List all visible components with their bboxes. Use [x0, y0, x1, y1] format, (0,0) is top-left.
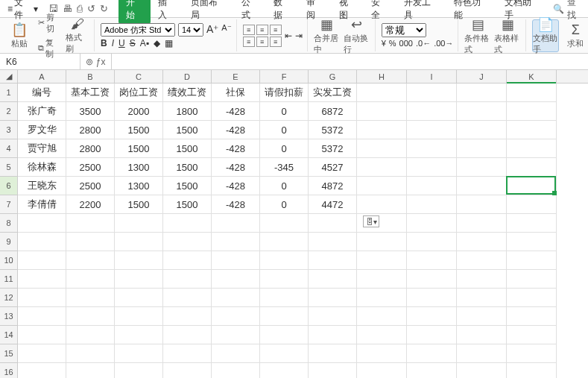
- cell[interactable]: [309, 233, 357, 251]
- cell[interactable]: [260, 363, 309, 378]
- cell[interactable]: [507, 251, 557, 270]
- col-header-H[interactable]: H: [357, 70, 407, 83]
- cell[interactable]: [507, 233, 557, 251]
- cell[interactable]: [163, 307, 212, 326]
- underline-button[interactable]: U: [118, 38, 125, 48]
- row-header-14[interactable]: 14: [0, 326, 17, 344]
- row-header-16[interactable]: 16: [0, 363, 17, 378]
- decrease-font-icon[interactable]: A⁻: [221, 23, 231, 37]
- row-header-8[interactable]: 8: [0, 214, 17, 233]
- cell[interactable]: [357, 84, 407, 102]
- cell[interactable]: 张广奇: [18, 102, 66, 121]
- cell[interactable]: -428: [212, 177, 260, 195]
- cell[interactable]: 5372: [309, 139, 357, 158]
- cell[interactable]: [163, 233, 212, 251]
- cell[interactable]: [115, 270, 163, 289]
- cell[interactable]: -345: [260, 158, 309, 177]
- cell[interactable]: [407, 326, 457, 344]
- col-header-D[interactable]: D: [163, 70, 212, 83]
- cell[interactable]: [407, 363, 457, 378]
- cell[interactable]: [357, 121, 407, 139]
- cell[interactable]: [309, 326, 357, 344]
- cell[interactable]: 2800: [66, 121, 115, 139]
- cell[interactable]: [357, 177, 407, 195]
- row-header-4[interactable]: 4: [0, 139, 17, 158]
- col-header-J[interactable]: J: [457, 70, 507, 83]
- cell[interactable]: [66, 251, 115, 270]
- cell[interactable]: [66, 344, 115, 363]
- cell[interactable]: 绩效工资: [163, 84, 212, 102]
- cell[interactable]: 1500: [163, 158, 212, 177]
- cell[interactable]: -428: [212, 158, 260, 177]
- cell[interactable]: [507, 139, 557, 158]
- cell[interactable]: [212, 363, 260, 378]
- cell[interactable]: [357, 289, 407, 307]
- grid[interactable]: ABCDEFGHIJK 编号基本工资岗位工资绩效工资社保请假扣薪实发工资张广奇3…: [18, 70, 588, 378]
- row-header-7[interactable]: 7: [0, 195, 17, 214]
- col-header-A[interactable]: A: [18, 70, 66, 83]
- cell[interactable]: [507, 307, 557, 326]
- cell[interactable]: [115, 214, 163, 233]
- cell[interactable]: 1300: [115, 158, 163, 177]
- fill-color-icon[interactable]: ◆: [154, 38, 160, 48]
- row-header-9[interactable]: 9: [0, 233, 17, 251]
- cell[interactable]: [407, 177, 457, 195]
- bold-button[interactable]: B: [101, 38, 107, 48]
- formula-input[interactable]: [116, 57, 584, 67]
- cell[interactable]: 6872: [309, 102, 357, 121]
- cell[interactable]: [212, 214, 260, 233]
- cell[interactable]: [163, 270, 212, 289]
- cell[interactable]: 4527: [309, 158, 357, 177]
- cell[interactable]: [115, 363, 163, 378]
- cell[interactable]: [407, 344, 457, 363]
- cell[interactable]: [18, 307, 66, 326]
- row-header-5[interactable]: 5: [0, 158, 17, 177]
- cell[interactable]: [407, 270, 457, 289]
- cell[interactable]: [407, 102, 457, 121]
- cell[interactable]: [357, 307, 407, 326]
- align-bottom-center[interactable]: ≡: [256, 37, 268, 47]
- cell[interactable]: 社保: [212, 84, 260, 102]
- cell[interactable]: [66, 363, 115, 378]
- dec-dec-icon[interactable]: .00→: [434, 39, 453, 48]
- cell[interactable]: [18, 289, 66, 307]
- cell[interactable]: [18, 326, 66, 344]
- cell[interactable]: [457, 326, 507, 344]
- cell[interactable]: [507, 270, 557, 289]
- cell[interactable]: [66, 233, 115, 251]
- select-all-corner[interactable]: ◢: [0, 70, 17, 84]
- border-icon[interactable]: ▦: [165, 38, 173, 48]
- row-header-2[interactable]: 2: [0, 102, 17, 121]
- cell[interactable]: [212, 270, 260, 289]
- undo-icon[interactable]: ↺: [87, 3, 95, 14]
- cell[interactable]: [457, 177, 507, 195]
- cell[interactable]: [407, 139, 457, 158]
- cell[interactable]: [357, 344, 407, 363]
- cell[interactable]: 1500: [163, 121, 212, 139]
- col-header-G[interactable]: G: [309, 70, 357, 83]
- cell[interactable]: 3500: [66, 102, 115, 121]
- cell[interactable]: [407, 233, 457, 251]
- cell[interactable]: [357, 270, 407, 289]
- cell[interactable]: [212, 344, 260, 363]
- cell[interactable]: [457, 84, 507, 102]
- cell[interactable]: 2000: [115, 102, 163, 121]
- strike-button[interactable]: S: [130, 38, 136, 48]
- number-format-select[interactable]: 常规: [382, 23, 426, 37]
- cell[interactable]: [309, 251, 357, 270]
- cell[interactable]: [66, 214, 115, 233]
- wrap-text-button[interactable]: ↩ 自动换行: [344, 19, 370, 52]
- increase-font-icon[interactable]: A⁺: [206, 23, 218, 37]
- cell[interactable]: [66, 307, 115, 326]
- fx-button[interactable]: ⊚ ƒx: [80, 54, 112, 70]
- cell[interactable]: [18, 344, 66, 363]
- cell[interactable]: [407, 214, 457, 233]
- cell[interactable]: [407, 195, 457, 214]
- sum-button[interactable]: Σ 求和: [562, 19, 588, 52]
- font-size-select[interactable]: 14: [178, 23, 203, 37]
- cell[interactable]: [457, 233, 507, 251]
- cell[interactable]: [163, 289, 212, 307]
- format-painter-button[interactable]: 🖌 格式刷: [66, 19, 90, 52]
- cell[interactable]: 岗位工资: [115, 84, 163, 102]
- cell[interactable]: [507, 195, 557, 214]
